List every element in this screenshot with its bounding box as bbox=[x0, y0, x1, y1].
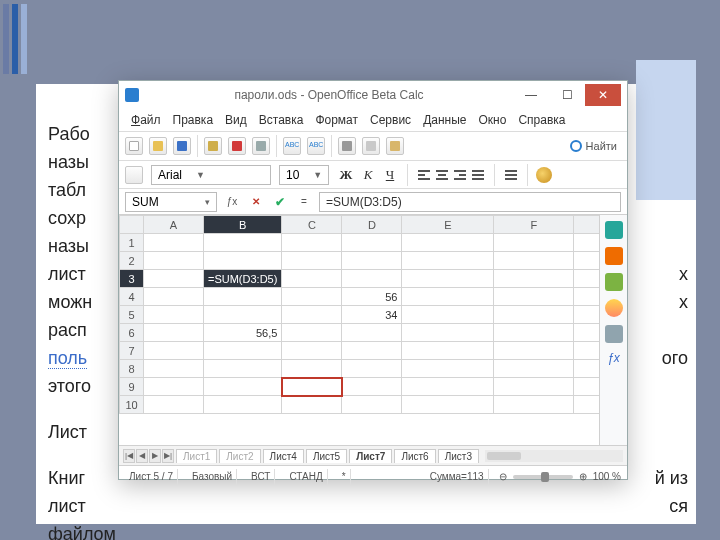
font-size-select[interactable]: 10▼ bbox=[279, 165, 329, 185]
row-header[interactable]: 6 bbox=[120, 324, 144, 342]
find-button[interactable]: Найти bbox=[566, 138, 621, 154]
row-header[interactable]: 5 bbox=[120, 306, 144, 324]
bold-button[interactable]: Ж bbox=[337, 167, 355, 183]
sheet-tab[interactable]: Лист5 bbox=[306, 449, 347, 463]
status-bar: Лист 5 / 7 Базовый ВСТ СТАНД * Сумма=113… bbox=[119, 465, 627, 487]
cell[interactable]: 56 bbox=[342, 288, 402, 306]
bg-line: этого bbox=[48, 376, 91, 396]
sidebar-gallery-icon[interactable] bbox=[605, 273, 623, 291]
sheet-tab[interactable]: Лист4 bbox=[263, 449, 304, 463]
sidebar-properties-icon[interactable] bbox=[605, 221, 623, 239]
zoom-slider[interactable] bbox=[513, 475, 573, 479]
cell-grid[interactable]: A B C D E F G 1 2 3=SUM(D3:D5) 456 534 6… bbox=[119, 215, 599, 445]
paste-icon[interactable] bbox=[386, 137, 404, 155]
tab-nav-prev[interactable]: ◀ bbox=[136, 449, 148, 463]
formula-input[interactable]: =SUM(D3:D5) bbox=[319, 192, 621, 212]
align-center-icon[interactable] bbox=[434, 168, 450, 182]
row-header[interactable]: 8 bbox=[120, 360, 144, 378]
menu-edit[interactable]: Правка bbox=[169, 111, 218, 129]
col-header[interactable]: D bbox=[342, 216, 402, 234]
close-button[interactable]: ✕ bbox=[585, 84, 621, 106]
italic-button[interactable]: K bbox=[359, 167, 377, 183]
spellcheck-icon[interactable] bbox=[283, 137, 301, 155]
sidebar: ƒx bbox=[599, 215, 627, 445]
function-wizard-button[interactable]: ƒx bbox=[223, 193, 241, 211]
autospell-icon[interactable] bbox=[307, 137, 325, 155]
save-icon[interactable] bbox=[173, 137, 191, 155]
sidebar-styles-icon[interactable] bbox=[605, 247, 623, 265]
menu-tools[interactable]: Сервис bbox=[366, 111, 415, 129]
sheet-tab[interactable]: Лист1 bbox=[176, 449, 217, 463]
copy-icon[interactable] bbox=[362, 137, 380, 155]
col-header[interactable]: A bbox=[144, 216, 204, 234]
minimize-button[interactable]: — bbox=[513, 84, 549, 106]
row-header[interactable]: 2 bbox=[120, 252, 144, 270]
tab-nav-first[interactable]: |◀ bbox=[123, 449, 135, 463]
underline-button[interactable]: Ч bbox=[381, 167, 399, 183]
status-style: Базовый bbox=[188, 469, 237, 485]
row-header[interactable]: 10 bbox=[120, 396, 144, 414]
cell[interactable]: 56,5 bbox=[204, 324, 282, 342]
new-icon[interactable] bbox=[125, 137, 143, 155]
tab-nav-last[interactable]: ▶| bbox=[162, 449, 174, 463]
menu-data[interactable]: Данные bbox=[419, 111, 470, 129]
menu-bar: ФФайлайл Правка Вид Вставка Формат Серви… bbox=[119, 109, 627, 131]
col-header[interactable]: E bbox=[402, 216, 494, 234]
menu-view[interactable]: Вид bbox=[221, 111, 251, 129]
bg-line: Лист bbox=[48, 422, 87, 442]
horizontal-scrollbar[interactable] bbox=[485, 450, 623, 462]
col-header-active[interactable]: B bbox=[204, 216, 282, 234]
status-sum: Сумма=113 bbox=[426, 469, 489, 485]
col-header[interactable]: C bbox=[282, 216, 342, 234]
cell[interactable]: 34 bbox=[342, 306, 402, 324]
menu-window[interactable]: Окно bbox=[474, 111, 510, 129]
name-box[interactable]: SUM▾ bbox=[125, 192, 217, 212]
zoom-in-button[interactable]: ⊕ bbox=[579, 471, 587, 482]
sidebar-functions-icon[interactable] bbox=[605, 325, 623, 343]
active-cell[interactable]: =SUM(D3:D5) bbox=[204, 270, 282, 288]
sheet-tab[interactable]: Лист3 bbox=[438, 449, 479, 463]
mail-icon[interactable] bbox=[204, 137, 222, 155]
sidebar-navigator-icon[interactable] bbox=[605, 299, 623, 317]
font-select[interactable]: Arial▼ bbox=[151, 165, 271, 185]
align-justify-icon[interactable] bbox=[470, 168, 486, 182]
open-icon[interactable] bbox=[149, 137, 167, 155]
col-header[interactable]: F bbox=[494, 216, 574, 234]
status-sel-mode[interactable]: СТАНД bbox=[285, 469, 327, 485]
row-header[interactable]: 7 bbox=[120, 342, 144, 360]
status-insert-mode[interactable]: ВСТ bbox=[247, 469, 275, 485]
menu-format[interactable]: Формат bbox=[311, 111, 362, 129]
row-header[interactable]: 1 bbox=[120, 234, 144, 252]
titlebar[interactable]: пароли.ods - OpenOffice Beta Calc — ☐ ✕ bbox=[119, 81, 627, 109]
col-header[interactable]: G bbox=[574, 216, 599, 234]
accept-formula-button[interactable]: ✔ bbox=[271, 193, 289, 211]
cancel-formula-button[interactable]: ✕ bbox=[247, 193, 265, 211]
sidebar-fx-icon[interactable]: ƒx bbox=[605, 351, 623, 369]
cut-icon[interactable] bbox=[338, 137, 356, 155]
menu-insert[interactable]: Вставка bbox=[255, 111, 308, 129]
styles-icon[interactable] bbox=[125, 166, 143, 184]
menu-file[interactable]: ФФайлайл bbox=[127, 111, 165, 129]
zoom-out-button[interactable]: ⊖ bbox=[499, 471, 507, 482]
align-right-icon[interactable] bbox=[452, 168, 468, 182]
bg-link: поль bbox=[48, 348, 87, 369]
row-header[interactable]: 4 bbox=[120, 288, 144, 306]
align-left-icon[interactable] bbox=[416, 168, 432, 182]
sheet-tab-active[interactable]: Лист7 bbox=[349, 449, 392, 463]
referenced-cell-outline[interactable] bbox=[282, 378, 342, 396]
menu-help[interactable]: Справка bbox=[514, 111, 569, 129]
row-header[interactable]: 9 bbox=[120, 378, 144, 396]
export-pdf-icon[interactable] bbox=[228, 137, 246, 155]
tab-nav-next[interactable]: ▶ bbox=[149, 449, 161, 463]
sheet-tab-bar: |◀ ◀ ▶ ▶| Лист1 Лист2 Лист4 Лист5 Лист7 … bbox=[119, 445, 627, 465]
maximize-button[interactable]: ☐ bbox=[549, 84, 585, 106]
zoom-value[interactable]: 100 % bbox=[593, 471, 621, 482]
sheet-tab[interactable]: Лист6 bbox=[394, 449, 435, 463]
currency-icon[interactable] bbox=[536, 167, 552, 183]
sheet-tab[interactable]: Лист2 bbox=[219, 449, 260, 463]
merge-cells-icon[interactable] bbox=[503, 168, 519, 182]
print-icon[interactable] bbox=[252, 137, 270, 155]
row-header-active[interactable]: 3 bbox=[120, 270, 144, 288]
equals-button[interactable]: = bbox=[295, 193, 313, 211]
select-all-corner[interactable] bbox=[120, 216, 144, 234]
